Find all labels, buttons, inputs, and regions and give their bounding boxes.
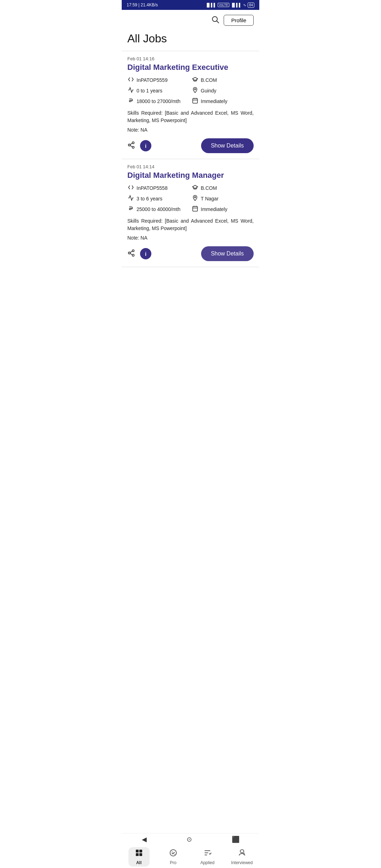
job-loc-1: Guindy <box>192 87 254 95</box>
job-id-1: InPATOP5559 <box>127 76 189 84</box>
page-title: All Jobs <box>122 29 259 51</box>
exp-icon-2 <box>127 195 134 203</box>
edu-icon-2 <box>192 184 199 192</box>
info-button-1[interactable]: i <box>140 140 151 151</box>
job-title-1: Digital Marketing Executive <box>127 63 254 72</box>
svg-line-24 <box>130 253 132 255</box>
svg-rect-17 <box>193 206 198 211</box>
card-actions-2: i Show Details <box>127 245 254 263</box>
card-actions-1: i Show Details <box>127 137 254 155</box>
job-avail-1: Immediately <box>192 97 254 105</box>
job-avail-2: Immediately <box>192 205 254 213</box>
job-note-1: Note: NA <box>127 127 254 133</box>
job-date-2: Feb 01 14:14 <box>127 164 254 169</box>
header: Profile <box>122 10 259 29</box>
job-skills-2: Skills Required: [Basic and Advanced Exc… <box>127 217 254 232</box>
location-icon-2 <box>192 195 199 203</box>
code-icon-2 <box>127 184 134 192</box>
svg-point-14 <box>194 197 196 198</box>
calendar-icon-2 <box>192 205 199 213</box>
job-title-2: Digital Marketing Manager <box>127 171 254 180</box>
status-right: ▐▌▌▌ VoLTE ▐▌▌▌ ∿ 84 <box>205 2 254 8</box>
job-card-2: Feb 01 14:14 Digital Marketing Manager I… <box>122 159 259 267</box>
signal2-icon: ▐▌▌▌ <box>231 3 242 7</box>
job-salary-2: 25000 to 40000/mth <box>127 205 189 213</box>
job-date-1: Feb 01 14:16 <box>127 56 254 61</box>
code-icon-1 <box>127 76 134 84</box>
exp-icon-1 <box>127 87 134 95</box>
battery-indicator: 84 <box>248 2 254 8</box>
lte-icon: VoLTE <box>218 3 229 7</box>
svg-rect-5 <box>193 98 198 103</box>
share-button-2[interactable] <box>127 249 135 259</box>
job-meta-1: InPATOP5559 B.COM 0 to 1 years Guindy <box>127 76 254 105</box>
status-bar: 17:59 | 21.4KB/s ▐▌▌▌ VoLTE ▐▌▌▌ ∿ 84 <box>122 0 259 10</box>
wifi-icon: ∿ <box>243 3 246 7</box>
status-time-speed: 17:59 | 21.4KB/s <box>127 2 158 7</box>
svg-line-13 <box>130 143 132 144</box>
job-edu-1: B.COM <box>192 76 254 84</box>
signal-icon: ▐▌▌▌ <box>205 3 216 7</box>
search-button[interactable] <box>211 15 219 26</box>
job-exp-1: 0 to 1 years <box>127 87 189 95</box>
edu-icon-1 <box>192 76 199 84</box>
job-edu-2: B.COM <box>192 184 254 192</box>
calendar-icon-1 <box>192 97 199 105</box>
svg-line-25 <box>130 251 132 252</box>
share-button-1[interactable] <box>127 141 135 151</box>
job-card-1: Feb 01 14:16 Digital Marketing Executive… <box>122 51 259 159</box>
job-exp-2: 3 to 6 years <box>127 195 189 203</box>
location-icon-1 <box>192 87 199 95</box>
svg-point-2 <box>194 89 196 90</box>
salary-icon-1 <box>127 97 134 105</box>
salary-icon-2 <box>127 205 134 213</box>
profile-button[interactable]: Profile <box>224 15 254 26</box>
show-details-button-1[interactable]: Show Details <box>201 138 254 153</box>
action-icons-2: i <box>127 248 151 259</box>
job-meta-2: InPATOP5558 B.COM 3 to 6 years T Nagar <box>127 184 254 213</box>
svg-line-1 <box>217 21 219 23</box>
job-id-2: InPATOP5558 <box>127 184 189 192</box>
show-details-button-2[interactable]: Show Details <box>201 246 254 261</box>
job-note-2: Note: NA <box>127 235 254 241</box>
job-loc-2: T Nagar <box>192 195 254 203</box>
info-button-2[interactable]: i <box>140 248 151 259</box>
job-salary-1: 18000 to 27000/mth <box>127 97 189 105</box>
svg-line-12 <box>130 145 132 147</box>
job-skills-1: Skills Required: [Basic and Advanced Exc… <box>127 109 254 124</box>
action-icons-1: i <box>127 140 151 151</box>
